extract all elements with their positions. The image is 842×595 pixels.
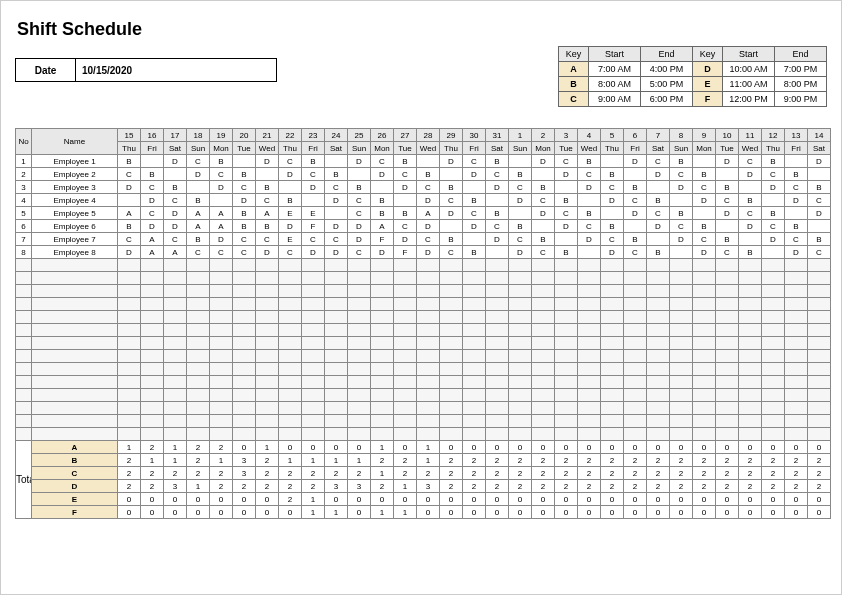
shift-cell[interactable]: D	[486, 181, 509, 194]
shift-cell[interactable]: B	[670, 155, 693, 168]
shift-cell[interactable]: B	[624, 181, 647, 194]
shift-cell[interactable]: B	[486, 207, 509, 220]
shift-cell[interactable]: F	[302, 220, 325, 233]
shift-cell[interactable]: C	[785, 181, 808, 194]
shift-cell[interactable]: B	[739, 194, 762, 207]
shift-cell[interactable]: B	[509, 168, 532, 181]
shift-cell[interactable]	[233, 155, 256, 168]
shift-cell[interactable]: C	[233, 181, 256, 194]
shift-cell[interactable]: B	[118, 155, 141, 168]
shift-cell[interactable]: B	[394, 155, 417, 168]
shift-cell[interactable]: C	[118, 233, 141, 246]
shift-cell[interactable]: D	[693, 246, 716, 259]
shift-cell[interactable]	[279, 181, 302, 194]
shift-cell[interactable]: A	[256, 207, 279, 220]
shift-cell[interactable]: C	[555, 155, 578, 168]
shift-cell[interactable]: C	[647, 155, 670, 168]
shift-cell[interactable]	[693, 207, 716, 220]
shift-cell[interactable]: D	[417, 220, 440, 233]
shift-cell[interactable]: B	[233, 207, 256, 220]
shift-cell[interactable]: C	[532, 246, 555, 259]
shift-cell[interactable]: C	[348, 246, 371, 259]
shift-cell[interactable]: C	[141, 207, 164, 220]
shift-cell[interactable]	[624, 220, 647, 233]
shift-cell[interactable]: D	[509, 246, 532, 259]
shift-cell[interactable]: C	[279, 155, 302, 168]
shift-cell[interactable]: C	[463, 155, 486, 168]
shift-cell[interactable]: D	[601, 246, 624, 259]
shift-cell[interactable]: A	[210, 207, 233, 220]
shift-cell[interactable]	[509, 207, 532, 220]
shift-cell[interactable]	[141, 155, 164, 168]
shift-cell[interactable]: C	[394, 168, 417, 181]
shift-cell[interactable]	[739, 181, 762, 194]
shift-cell[interactable]	[440, 220, 463, 233]
shift-cell[interactable]: D	[394, 233, 417, 246]
shift-cell[interactable]	[647, 181, 670, 194]
shift-cell[interactable]: C	[624, 194, 647, 207]
shift-cell[interactable]: D	[670, 233, 693, 246]
shift-cell[interactable]: B	[532, 181, 555, 194]
shift-cell[interactable]: C	[601, 181, 624, 194]
shift-cell[interactable]: C	[141, 181, 164, 194]
shift-cell[interactable]: B	[670, 207, 693, 220]
shift-cell[interactable]: B	[785, 220, 808, 233]
shift-cell[interactable]: B	[647, 246, 670, 259]
shift-cell[interactable]: A	[141, 246, 164, 259]
shift-cell[interactable]: A	[141, 233, 164, 246]
shift-cell[interactable]: B	[440, 233, 463, 246]
shift-cell[interactable]: C	[187, 155, 210, 168]
shift-cell[interactable]: C	[210, 168, 233, 181]
shift-cell[interactable]: D	[624, 155, 647, 168]
shift-cell[interactable]: B	[716, 181, 739, 194]
shift-cell[interactable]: D	[647, 168, 670, 181]
shift-cell[interactable]: B	[463, 194, 486, 207]
shift-cell[interactable]: C	[509, 233, 532, 246]
shift-cell[interactable]	[371, 181, 394, 194]
shift-cell[interactable]: D	[647, 220, 670, 233]
shift-cell[interactable]: C	[509, 181, 532, 194]
shift-cell[interactable]	[716, 168, 739, 181]
shift-cell[interactable]: B	[371, 207, 394, 220]
shift-cell[interactable]	[762, 194, 785, 207]
shift-cell[interactable]: D	[808, 207, 831, 220]
shift-cell[interactable]: C	[164, 233, 187, 246]
shift-cell[interactable]	[463, 233, 486, 246]
shift-cell[interactable]	[187, 181, 210, 194]
shift-cell[interactable]: B	[302, 155, 325, 168]
shift-cell[interactable]	[808, 220, 831, 233]
shift-cell[interactable]: B	[440, 181, 463, 194]
shift-cell[interactable]: D	[417, 246, 440, 259]
shift-cell[interactable]: C	[578, 220, 601, 233]
shift-cell[interactable]: A	[417, 207, 440, 220]
shift-cell[interactable]: F	[394, 246, 417, 259]
shift-cell[interactable]	[739, 233, 762, 246]
shift-cell[interactable]: D	[233, 194, 256, 207]
shift-cell[interactable]: C	[325, 181, 348, 194]
shift-cell[interactable]: C	[601, 233, 624, 246]
row-name[interactable]: Employee 6	[32, 220, 118, 233]
shift-cell[interactable]: D	[555, 220, 578, 233]
shift-cell[interactable]	[325, 207, 348, 220]
shift-cell[interactable]: B	[578, 155, 601, 168]
shift-cell[interactable]: B	[394, 207, 417, 220]
shift-cell[interactable]: E	[279, 207, 302, 220]
shift-cell[interactable]: B	[762, 155, 785, 168]
shift-cell[interactable]: C	[647, 207, 670, 220]
shift-cell[interactable]: B	[256, 220, 279, 233]
shift-cell[interactable]: B	[693, 168, 716, 181]
row-name[interactable]: Employee 5	[32, 207, 118, 220]
shift-cell[interactable]: C	[371, 155, 394, 168]
shift-cell[interactable]: C	[394, 220, 417, 233]
shift-cell[interactable]: C	[762, 220, 785, 233]
shift-cell[interactable]: C	[348, 207, 371, 220]
shift-cell[interactable]	[785, 155, 808, 168]
shift-cell[interactable]	[164, 168, 187, 181]
shift-cell[interactable]: D	[486, 233, 509, 246]
shift-cell[interactable]: B	[624, 233, 647, 246]
shift-cell[interactable]: B	[647, 194, 670, 207]
date-value[interactable]: 10/15/2020	[76, 59, 276, 81]
shift-cell[interactable]: C	[233, 233, 256, 246]
shift-cell[interactable]	[555, 233, 578, 246]
shift-cell[interactable]: F	[371, 233, 394, 246]
